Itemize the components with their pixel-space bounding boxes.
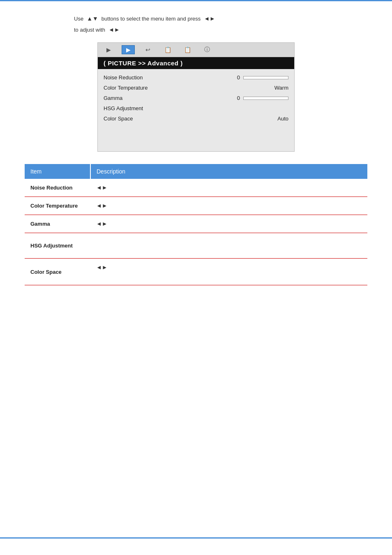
table-cell-item: Color Space — [25, 259, 90, 285]
col-header-description: Description — [90, 164, 367, 179]
table-row: Color Temperature ◄► — [25, 197, 367, 215]
gamma-label: Gamma — [104, 95, 165, 101]
hsg-adjustment-label: HSG Adjustment — [104, 105, 165, 111]
gamma-num: 0 — [232, 95, 240, 101]
content-area: Use ▲▼ buttons to select the menu item a… — [0, 1, 392, 298]
color-space-table-arrows: ◄► — [96, 264, 108, 271]
gamma-value: 0 — [165, 95, 288, 101]
info-table: Item Description Noise Reduction ◄► Colo… — [25, 164, 367, 285]
table-row: Gamma ◄► — [25, 215, 367, 233]
nav-instruction-text-2: buttons to select the menu item and pres… — [101, 14, 201, 23]
nav-leftright-arrows-2: ◄► — [108, 25, 120, 35]
table-cell-item: HSG Adjustment — [25, 233, 90, 259]
noise-reduction-value: 0 — [165, 74, 288, 81]
osd-tab-input[interactable]: ▶ — [102, 45, 115, 54]
table-row: Noise Reduction ◄► — [25, 179, 367, 197]
setup-tab-icon: 📋 — [164, 46, 171, 53]
osd-item-color-temperature: Color Temperature Warm — [104, 83, 288, 93]
table-cell-description: ◄► — [90, 179, 367, 197]
osd-title: ( PICTURE >> Advanced ) — [104, 60, 183, 67]
table-cell-description: ◄► — [90, 215, 367, 233]
noise-reduction-num: 0 — [232, 74, 240, 81]
osd-item-noise-reduction: Noise Reduction 0 — [104, 72, 288, 83]
table-cell-description: ◄► — [90, 197, 367, 215]
table-cell-item: Color Temperature — [25, 197, 90, 215]
table-cell-item: Noise Reduction — [25, 179, 90, 197]
table-cell-description — [90, 233, 367, 259]
osd-item-hsg-adjustment: HSG Adjustment — [104, 103, 288, 113]
color-space-text: Auto — [272, 116, 288, 122]
color-temperature-label: Color Temperature — [104, 85, 165, 91]
noise-reduction-table-arrows: ◄► — [96, 184, 108, 191]
noise-reduction-label: Noise Reduction — [104, 74, 165, 81]
table-header-row: Item Description — [25, 164, 367, 179]
nav-updown-arrows: ▲▼ — [87, 14, 98, 24]
nav-leftright-arrows-1: ◄► — [204, 14, 215, 24]
osd-tab-picture[interactable]: ▶ — [122, 45, 135, 54]
osd-tab-option[interactable]: 📋 — [181, 45, 194, 54]
gamma-slider[interactable] — [243, 97, 288, 100]
input-tab-icon: ▶ — [106, 46, 111, 53]
color-temperature-text: Warm — [272, 85, 288, 91]
osd-tab-bar: ▶ ▶ ↩ 📋 📋 ⓘ — [98, 43, 294, 57]
picture-tab-icon: ▶ — [126, 46, 131, 53]
table-row: Color Space ◄► — [25, 259, 367, 285]
nav-instruction-text-1: Use — [74, 14, 83, 23]
table-row: HSG Adjustment — [25, 233, 367, 259]
col-header-item: Item — [25, 164, 90, 179]
osd-tab-info[interactable]: ⓘ — [201, 45, 214, 54]
adjust-tab-icon: ↩ — [145, 46, 150, 53]
info-tab-icon: ⓘ — [204, 46, 210, 53]
osd-menu-list: Noise Reduction 0 Color Temperature Warm… — [98, 69, 294, 151]
table-cell-description: ◄► — [90, 259, 367, 285]
gamma-table-arrows: ◄► — [96, 220, 108, 227]
color-space-label: Color Space — [104, 116, 165, 122]
option-tab-icon: 📋 — [184, 46, 191, 53]
nav-instructions: Use ▲▼ buttons to select the menu item a… — [25, 14, 367, 35]
color-temp-table-arrows: ◄► — [96, 202, 108, 209]
color-temperature-value: Warm — [165, 85, 288, 91]
nav-instruction-text-3: to adjust with — [74, 25, 105, 35]
osd-item-color-space: Color Space Auto — [104, 113, 288, 124]
noise-reduction-slider[interactable] — [243, 76, 288, 79]
osd-tab-setup[interactable]: 📋 — [161, 45, 174, 54]
osd-title-bar: ( PICTURE >> Advanced ) — [98, 57, 294, 69]
table-cell-item: Gamma — [25, 215, 90, 233]
bottom-rule — [0, 537, 392, 539]
osd-tab-adjust[interactable]: ↩ — [141, 45, 154, 54]
osd-menu: ▶ ▶ ↩ 📋 📋 ⓘ ( PICTURE >> Advanced ) — [97, 42, 295, 152]
color-space-value: Auto — [165, 116, 288, 122]
osd-item-gamma: Gamma 0 — [104, 93, 288, 103]
